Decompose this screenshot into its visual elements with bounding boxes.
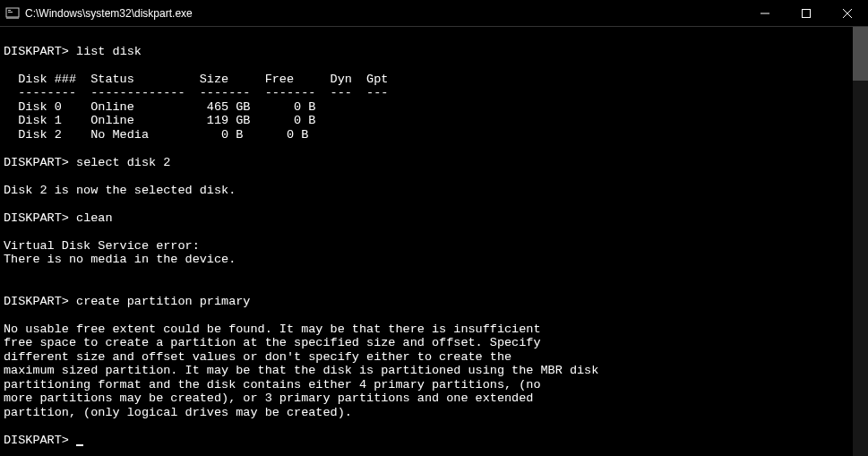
table-row: Disk 1 Online 119 GB 0 B <box>4 114 315 127</box>
prompt: DISKPART> <box>4 211 69 225</box>
output-message: partitioning format and the disk contain… <box>4 378 541 391</box>
window-controls <box>744 0 868 26</box>
svg-rect-2 <box>8 12 13 13</box>
window-title: C:\Windows\system32\diskpart.exe <box>25 7 744 20</box>
command-text: clean <box>76 211 113 225</box>
output-message: No usable free extent could be found. It… <box>4 323 541 336</box>
output-message: more partitions may be created), or 3 pr… <box>4 391 533 405</box>
command-text: list disk <box>76 45 142 58</box>
output-message: maximum sized partition. It may be that … <box>4 364 598 377</box>
vertical-scrollbar[interactable] <box>853 27 868 456</box>
terminal-output[interactable]: DISKPART> list disk Disk ### Status Size… <box>0 27 868 456</box>
error-title: Virtual Disk Service error: <box>4 239 200 253</box>
cursor <box>76 444 83 446</box>
output-message: Disk 2 is now the selected disk. <box>4 184 236 197</box>
table-row: Disk 2 No Media 0 B 0 B <box>4 128 308 142</box>
output-message: free space to create a partition at the … <box>4 336 541 349</box>
prompt: DISKPART> <box>4 434 69 447</box>
output-message: different size and offset values or don'… <box>4 350 511 364</box>
table-row: Disk 0 Online 465 GB 0 B <box>4 100 315 114</box>
prompt: DISKPART> <box>4 45 69 58</box>
diskpart-icon <box>5 6 20 21</box>
output-message: partition, (only logical drives may be c… <box>4 406 352 419</box>
close-button[interactable] <box>827 0 868 26</box>
window-titlebar: C:\Windows\system32\diskpart.exe <box>0 0 868 27</box>
prompt: DISKPART> <box>4 156 69 169</box>
table-header: Disk ### Status Size Free Dyn Gpt <box>4 73 388 86</box>
prompt: DISKPART> <box>4 295 69 308</box>
svg-rect-1 <box>8 10 11 11</box>
scrollbar-thumb[interactable] <box>853 27 868 81</box>
command-text: select disk 2 <box>76 156 170 169</box>
svg-rect-5 <box>803 9 811 17</box>
table-divider: -------- ------------- ------- ------- -… <box>4 86 388 99</box>
svg-rect-3 <box>6 17 19 19</box>
maximize-button[interactable] <box>786 0 827 26</box>
minimize-button[interactable] <box>744 0 786 26</box>
error-message: There is no media in the device. <box>4 253 236 266</box>
command-text: create partition primary <box>76 295 250 308</box>
